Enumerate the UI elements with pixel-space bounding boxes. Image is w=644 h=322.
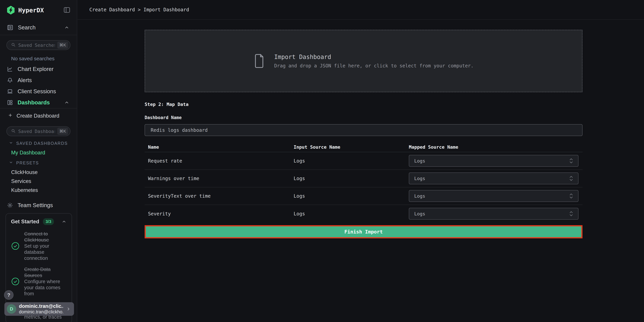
saved-searches-searchbox[interactable]: ⌘K (6, 40, 70, 50)
user-account-button[interactable]: D dominic.tran@clic... dominic.tran@clic… (4, 302, 74, 316)
chart-name-cell: Severity (144, 211, 290, 216)
chevron-right-icon (66, 306, 71, 312)
json-dropzone[interactable]: Import Dashboard Drag and drop a JSON fi… (144, 30, 582, 92)
search-icon (11, 128, 16, 134)
sidebar-item-label: Client Sessions (18, 88, 56, 94)
team-settings-label: Team Settings (18, 202, 53, 208)
select-chevrons-icon (569, 193, 574, 199)
dashboard-name-input[interactable] (144, 124, 582, 136)
get-started-item-sources[interactable]: Create Data Sources Configure where your… (11, 266, 66, 297)
select-chevrons-icon (569, 158, 574, 164)
sidebar-item-my-dashboard[interactable]: My Dashboard (11, 150, 77, 156)
table-row: Severity Logs Logs (144, 205, 582, 222)
dropzone-title: Import Dashboard (274, 54, 474, 60)
brand-name: HyperDX (18, 7, 60, 14)
get-started-title: Get Started (11, 218, 39, 225)
help-button[interactable]: ? (4, 290, 14, 300)
sidebar-item-label: Chart Explorer (18, 66, 54, 72)
file-icon (254, 54, 265, 68)
presets-heading[interactable]: PRESETS (9, 160, 77, 166)
get-started-header[interactable]: Get Started 3/3 (11, 218, 66, 225)
bell-icon (7, 77, 13, 84)
column-header-mapped-source: Mapped Source Name (406, 144, 582, 150)
import-dashboard-page: Import Dashboard Drag and drop a JSON fi… (78, 30, 644, 238)
sidebar-item-dashboards[interactable]: Dashboards (0, 97, 77, 108)
select-chevrons-icon (569, 210, 574, 217)
user-email: dominic.tran@clickho... (19, 309, 63, 314)
column-header-input-source: Input Source Name (290, 144, 406, 150)
chart-name-cell: Warnings over time (144, 176, 290, 181)
table-row: SeverityText over time Logs Logs (144, 187, 582, 205)
saved-dashboards-heading[interactable]: SAVED DASHBOARDS (9, 140, 77, 146)
breadcrumb: Create Dashboard > Import Dashboard (89, 7, 189, 12)
avatar: D (7, 304, 16, 314)
chevron-down-icon (9, 140, 13, 146)
dashboard-name-label: Dashboard Name (144, 115, 644, 120)
main-area: Create Dashboard > Import Dashboard Impo… (78, 0, 644, 238)
chart-name-cell: SeverityText over time (144, 193, 290, 199)
input-source-cell: Logs (290, 193, 406, 199)
get-started-item-desc: Set up your database connection (24, 243, 66, 261)
panel-toggle-icon (63, 6, 71, 14)
check-circle-icon (11, 242, 20, 250)
user-name: dominic.tran@clic... (19, 304, 63, 309)
sidebar-item-label: Alerts (18, 77, 32, 84)
get-started-item-desc: Configure where your data comes from (24, 278, 66, 297)
hyperdx-logo-icon (7, 6, 15, 14)
shortcut-badge: ⌘K (57, 128, 68, 135)
chevron-up-icon (64, 100, 70, 105)
mapped-source-select[interactable]: Logs (409, 190, 578, 202)
input-source-cell: Logs (290, 158, 406, 164)
column-header-name: Name (144, 144, 290, 150)
sidebar-item-label: Dashboards (18, 99, 50, 106)
get-started-item-connect[interactable]: Connect to ClickHouse Set up your databa… (11, 231, 66, 261)
sidebar-item-clickhouse[interactable]: ClickHouse (11, 169, 77, 175)
table-row: Warnings over time Logs Logs (144, 170, 582, 187)
plus-icon (8, 113, 13, 119)
table-row: Request rate Logs Logs (144, 152, 582, 170)
progress-badge: 3/3 (43, 218, 54, 225)
shortcut-badge: ⌘K (57, 42, 68, 49)
sidebar-item-alerts[interactable]: Alerts (0, 75, 77, 86)
select-chevrons-icon (569, 175, 574, 182)
mapped-source-select[interactable]: Logs (409, 208, 578, 220)
top-bar: Create Dashboard > Import Dashboard (78, 0, 644, 20)
create-dashboard-label: Create Dashboard (16, 113, 59, 119)
sidebar-item-kubernetes[interactable]: Kubernetes (11, 187, 77, 193)
check-circle-icon (11, 277, 20, 286)
preset-list: ClickHouse Services Kubernetes (11, 169, 77, 193)
dropzone-subtitle: Drag and drop a JSON file here, or click… (274, 63, 474, 68)
sidebar-item-team-settings[interactable]: Team Settings (0, 200, 77, 211)
laptop-icon (7, 88, 13, 94)
step-heading: Step 2: Map Data (144, 102, 644, 107)
saved-dashboards-input[interactable] (18, 129, 55, 134)
table-header-row: Name Input Source Name Mapped Source Nam… (144, 142, 582, 152)
get-started-item-title: Connect to ClickHouse (24, 231, 49, 242)
dashboard-grid-icon (7, 99, 13, 106)
chevron-down-icon (9, 160, 13, 166)
chart-line-icon (7, 66, 13, 72)
search-section-icon (7, 24, 14, 31)
finish-import-button[interactable]: Finish Import (144, 225, 582, 238)
search-section-label: Search (18, 24, 36, 31)
sidebar-item-chart-explorer[interactable]: Chart Explorer (0, 64, 77, 75)
sidebar-item-services[interactable]: Services (11, 178, 77, 184)
sidebar-section-search[interactable]: Search (0, 20, 77, 35)
saved-dashboards-searchbox[interactable]: ⌘K (6, 126, 70, 136)
no-saved-searches-text: No saved searches (11, 56, 77, 62)
sidebar-nav: Chart Explorer Alerts Client Sessions Da… (0, 64, 77, 108)
sidebar-collapse-button[interactable] (63, 6, 71, 14)
source-mapping-table: Name Input Source Name Mapped Source Nam… (144, 142, 582, 222)
sidebar: HyperDX Search ⌘K No saved searches Char… (0, 0, 77, 322)
create-dashboard-button[interactable]: Create Dashboard (0, 110, 77, 121)
mapped-source-select[interactable]: Logs (409, 155, 578, 167)
search-icon (11, 42, 16, 48)
input-source-cell: Logs (290, 176, 406, 181)
get-started-item-title: Create Data Sources (24, 266, 50, 278)
logo-row: HyperDX (0, 0, 77, 20)
sidebar-item-client-sessions[interactable]: Client Sessions (0, 86, 77, 97)
gear-icon (7, 202, 13, 208)
saved-searches-input[interactable] (18, 42, 55, 48)
mapped-source-select[interactable]: Logs (409, 172, 578, 184)
chevron-up-icon (64, 25, 70, 30)
